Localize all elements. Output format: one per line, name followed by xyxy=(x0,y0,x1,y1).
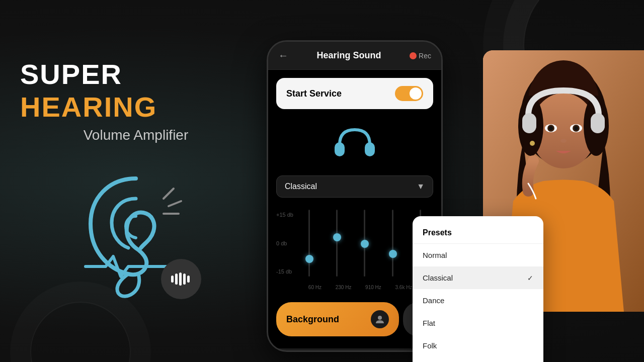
brand-title: SUPER HEARING xyxy=(20,58,252,123)
preset-item-classical[interactable]: Classical ✓ xyxy=(413,266,543,289)
background-button-icon xyxy=(371,310,389,328)
eq-track-3 xyxy=(364,210,365,277)
toggle-knob xyxy=(410,87,422,100)
svg-rect-4 xyxy=(175,274,178,285)
brand-subtitle: Volume Amplifier xyxy=(84,127,189,143)
phone-bottom-buttons: Background R xyxy=(276,302,433,340)
service-toggle-label: Start Service xyxy=(286,88,342,99)
eq-preset-dropdown[interactable]: Classical ▼ xyxy=(276,175,433,198)
eq-handle-3[interactable] xyxy=(361,240,369,248)
eq-handle-4[interactable] xyxy=(389,250,397,258)
headphones-area xyxy=(276,117,433,167)
svg-point-16 xyxy=(549,126,553,130)
rec-button[interactable]: Rec xyxy=(410,52,431,60)
service-toggle-switch[interactable] xyxy=(395,86,423,101)
eq-bar-1 xyxy=(296,210,322,277)
brand-gold: HEARING xyxy=(20,91,157,123)
db-label-top: +15 db xyxy=(276,212,293,218)
phone-header: ← Hearing Sound Rec xyxy=(268,42,441,70)
svg-point-20 xyxy=(560,139,567,143)
eq-bar-2 xyxy=(324,210,350,277)
left-panel: SUPER HEARING Volume Amplifier xyxy=(0,0,272,362)
rec-indicator xyxy=(410,52,417,59)
svg-rect-3 xyxy=(171,276,174,283)
svg-line-1 xyxy=(169,201,181,206)
freq-910: 910 Hz xyxy=(365,285,381,290)
svg-rect-25 xyxy=(365,142,375,156)
db-label-bot: -15 db xyxy=(276,268,293,275)
svg-rect-22 xyxy=(591,113,605,133)
eq-track-2 xyxy=(336,210,338,277)
check-icon: ✓ xyxy=(527,274,533,282)
svg-rect-24 xyxy=(335,142,345,156)
back-button[interactable]: ← xyxy=(278,50,288,61)
eq-handle-2[interactable] xyxy=(333,233,341,241)
rec-label: Rec xyxy=(419,52,431,60)
svg-point-23 xyxy=(530,141,535,146)
preset-item-heavy-metal[interactable]: Heavy Metal xyxy=(413,357,543,362)
db-label-mid: 0 db xyxy=(276,240,293,246)
eq-bar-3 xyxy=(352,210,377,277)
svg-point-19 xyxy=(574,126,578,130)
preset-classical-label: Classical xyxy=(423,274,453,282)
preset-normal-label: Normal xyxy=(423,251,447,259)
ear-icon-container xyxy=(65,163,206,304)
preset-folk-label: Folk xyxy=(423,341,437,350)
waveform-button[interactable] xyxy=(161,259,201,299)
brand-white: SUPER xyxy=(20,58,122,90)
svg-rect-5 xyxy=(179,273,182,286)
preset-dance-label: Dance xyxy=(423,296,444,305)
waveform-icon xyxy=(170,272,192,287)
svg-line-0 xyxy=(164,189,174,199)
eq-bar-4 xyxy=(380,210,406,277)
freq-labels: 60 Hz 230 Hz 910 Hz 3.6k Hz xyxy=(276,285,433,290)
dropdown-arrow-icon: ▼ xyxy=(417,182,425,191)
svg-rect-7 xyxy=(187,276,190,283)
freq-3k6: 3.6k Hz xyxy=(395,285,413,290)
phone-screen-title: Hearing Sound xyxy=(317,50,381,61)
headphones-icon xyxy=(330,122,380,162)
svg-rect-6 xyxy=(183,274,186,285)
preset-item-flat[interactable]: Flat xyxy=(413,312,543,334)
preset-item-folk[interactable]: Folk xyxy=(413,334,543,357)
svg-rect-21 xyxy=(522,113,536,133)
freq-60: 60 Hz xyxy=(308,285,321,290)
freq-230: 230 Hz xyxy=(336,285,352,290)
person-icon xyxy=(375,314,385,324)
presets-dropdown-header: Presets xyxy=(413,224,543,244)
eq-track-4 xyxy=(392,210,393,277)
background-button-label: Background xyxy=(286,314,339,325)
eq-track-1 xyxy=(308,210,310,277)
eq-section: +15 db 0 db -15 db xyxy=(276,206,433,294)
eq-preset-label: Classical xyxy=(285,182,317,191)
presets-dropdown: Presets Normal Classical ✓ Dance Flat Fo… xyxy=(413,216,543,362)
eq-handle-1[interactable] xyxy=(305,255,313,263)
service-toggle-row[interactable]: Start Service xyxy=(276,78,433,109)
background-button[interactable]: Background xyxy=(276,302,399,336)
preset-item-dance[interactable]: Dance xyxy=(413,289,543,312)
preset-item-normal[interactable]: Normal xyxy=(413,244,543,266)
preset-flat-label: Flat xyxy=(423,319,435,327)
svg-point-26 xyxy=(378,316,382,320)
